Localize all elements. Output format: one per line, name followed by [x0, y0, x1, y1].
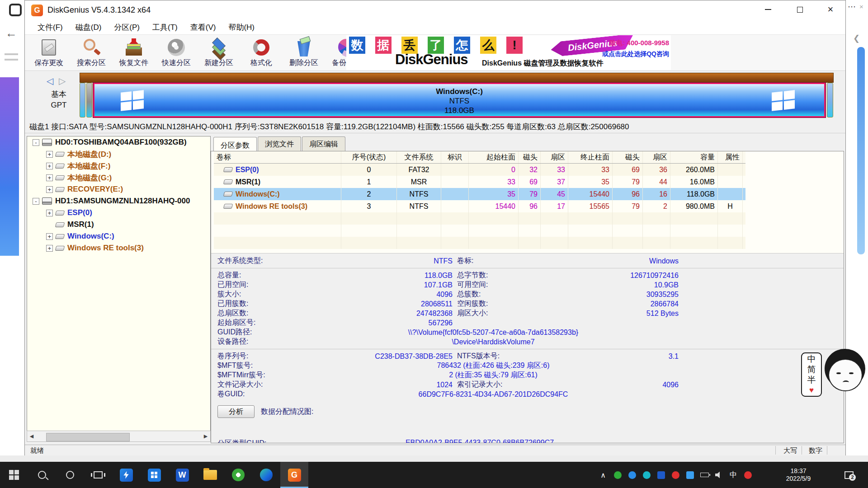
- expander-minus-icon[interactable]: -: [33, 139, 39, 146]
- table-row-MSR-1-[interactable]: MSR(1)1MSR33693735794416.0MB: [214, 176, 745, 188]
- pinned-app-explorer[interactable]: [196, 462, 224, 488]
- close-button[interactable]: ×: [818, 0, 843, 19]
- table-row-ESP-0-[interactable]: ESP(0)0FAT3203233336936260.0MB: [214, 164, 745, 176]
- column-header[interactable]: 扇区: [643, 151, 670, 163]
- tree-item-MSR-1-[interactable]: MSR(1): [27, 219, 210, 230]
- tray-app-sogou[interactable]: [741, 462, 755, 488]
- start-button[interactable]: [0, 462, 28, 488]
- tree-item-RECOVERY-E--[interactable]: +RECOVERY(E:): [27, 183, 210, 195]
- ime-widget-box[interactable]: 中 简 半 ♥: [801, 352, 822, 397]
- ime-floating-widget[interactable]: 中 简 半 ♥: [801, 349, 868, 398]
- hidden-icons-chevron[interactable]: ∧: [596, 462, 610, 488]
- toolbar-save-button[interactable]: 保存更改: [28, 37, 70, 70]
- tray-app-red[interactable]: [668, 462, 683, 488]
- partition-sliver-re-tools[interactable]: [827, 83, 833, 117]
- table-row-Windows-C--[interactable]: Windows(C:)2NTFS357945154409616118.0GB: [214, 188, 745, 200]
- toolbar-search-button[interactable]: 搜索分区: [70, 37, 113, 70]
- tree-item-Windows-C--[interactable]: +Windows(C:): [27, 230, 210, 242]
- toolbar-delete-button[interactable]: 删除分区: [283, 37, 325, 70]
- divider: [211, 349, 844, 349]
- toolbar-format-button[interactable]: 格式化: [240, 37, 283, 70]
- taskbar-diskgenius[interactable]: G: [280, 462, 308, 488]
- tab-浏览文件[interactable]: 浏览文件: [258, 136, 301, 151]
- tray-app-snowflake[interactable]: [683, 462, 697, 488]
- cortana-button[interactable]: [56, 462, 84, 488]
- tree-item-HD1-SAMSUNGMZNLN128HAHQ-000[interactable]: -HD1:SAMSUNGMZNLN128HAHQ-000: [27, 195, 210, 207]
- tray-app-bluesquare[interactable]: [654, 462, 668, 488]
- disk-nav-arrows[interactable]: ◁ ▷: [47, 75, 66, 86]
- column-header[interactable]: 磁头: [519, 151, 541, 163]
- tab-扇区编辑[interactable]: 扇区编辑: [302, 136, 345, 151]
- banner-qq-link[interactable]: 或点击此处选择QQ咨询: [597, 50, 669, 58]
- pinned-app-bolt[interactable]: [112, 462, 140, 488]
- column-header[interactable]: 卷标: [214, 151, 341, 163]
- maximize-button[interactable]: [787, 0, 812, 19]
- ad-banner[interactable]: !么怎了丢据数 DiskGenius DiskGenius DiskGenius…: [346, 35, 671, 70]
- status-capslock: 大写: [780, 446, 801, 455]
- column-header[interactable]: 起始柱面: [469, 151, 519, 163]
- table-row-Windows-RE-tools-3-[interactable]: Windows RE tools(3)3NTFS1544096171556579…: [214, 200, 745, 212]
- partition-block-windows-c[interactable]: Windows(C:) NTFS 118.0GB: [93, 83, 826, 117]
- pinned-app-browser-green[interactable]: [224, 462, 252, 488]
- tab-分区参数[interactable]: 分区参数: [213, 137, 257, 151]
- expander-minus-icon[interactable]: -: [33, 198, 39, 205]
- toolbar-new-button[interactable]: 新建分区: [198, 37, 240, 70]
- battery-icon[interactable]: [697, 462, 712, 488]
- toolbar-recover-button[interactable]: 恢复文件: [113, 37, 155, 70]
- column-header[interactable]: 磁头: [613, 151, 643, 163]
- column-header[interactable]: 终止柱面: [568, 151, 613, 163]
- column-header[interactable]: 文件系统: [397, 151, 441, 163]
- tree-item-ESP-0-[interactable]: +ESP(0): [27, 207, 210, 219]
- minimize-button[interactable]: [755, 0, 781, 19]
- expander-plus-icon[interactable]: +: [46, 174, 53, 181]
- partition-icon: [55, 211, 65, 216]
- tray-app-green[interactable]: [610, 462, 625, 488]
- partition-sliver-msr[interactable]: [86, 83, 92, 117]
- expander-plus-icon[interactable]: +: [46, 163, 53, 169]
- partition-sliver-esp[interactable]: [80, 83, 85, 117]
- expander-plus-icon[interactable]: +: [46, 186, 53, 193]
- tray-app-teal[interactable]: [639, 462, 654, 488]
- menu-item-H[interactable]: 帮助(H): [223, 21, 260, 34]
- pinned-app-word[interactable]: W: [168, 462, 196, 488]
- scroll-right-icon[interactable]: ▶: [201, 431, 210, 441]
- notification-center-button[interactable]: 2: [837, 462, 861, 488]
- tree-item-HD0-TOSHIBAMQ04ABF100-932GB-[interactable]: -HD0:TOSHIBAMQ04ABF100(932GB): [27, 136, 210, 148]
- menu-item-P[interactable]: 分区(P): [108, 21, 145, 34]
- next-disk-icon[interactable]: ▷: [59, 76, 66, 86]
- menu-item-V[interactable]: 查看(V): [185, 21, 222, 34]
- pinned-app-edge[interactable]: [252, 462, 280, 488]
- column-header[interactable]: 扇区: [541, 151, 568, 163]
- pinned-app-store[interactable]: [140, 462, 168, 488]
- taskbar-clock[interactable]: 18:37 2022/5/9: [777, 462, 820, 488]
- expander-plus-icon[interactable]: +: [46, 151, 53, 158]
- analyze-button[interactable]: 分析: [217, 405, 255, 418]
- tree-item------F--[interactable]: +本地磁盘(F:): [27, 160, 210, 172]
- scroll-left-icon[interactable]: ◀: [27, 431, 36, 441]
- tray-app-blue[interactable]: [625, 462, 639, 488]
- ime-indicator[interactable]: 中: [726, 462, 741, 488]
- tree-item-Windows-RE-tools-3-[interactable]: +Windows RE tools(3): [27, 242, 210, 254]
- tree-item------G--[interactable]: +本地磁盘(G:): [27, 172, 210, 183]
- menu-item-T[interactable]: 工具(T): [147, 21, 183, 34]
- task-view-button[interactable]: [84, 462, 112, 488]
- search-button[interactable]: [28, 462, 56, 488]
- tree-item------D--[interactable]: +本地磁盘(D:): [27, 148, 210, 160]
- detail-label: 总簇数:: [453, 290, 538, 299]
- scrollbar-thumb[interactable]: [46, 433, 130, 441]
- expander-plus-icon[interactable]: +: [46, 210, 53, 216]
- volume-icon[interactable]: [712, 462, 726, 488]
- menu-item-D[interactable]: 磁盘(D): [70, 21, 107, 34]
- tree-horizontal-scrollbar[interactable]: ◀ ▶: [27, 431, 211, 442]
- expander-plus-icon[interactable]: +: [46, 233, 53, 240]
- expander-plus-icon[interactable]: +: [46, 245, 53, 252]
- column-header[interactable]: 标识: [441, 151, 469, 163]
- toolbar-quick-button[interactable]: 快速分区: [155, 37, 198, 70]
- banner-contact[interactable]: 致电: 400-008-9958 或点击此处选择QQ咨询: [597, 39, 669, 58]
- menu-item-F[interactable]: 文件(F): [32, 21, 68, 34]
- prev-disk-icon[interactable]: ◁: [47, 76, 53, 86]
- column-header[interactable]: 容量: [670, 151, 718, 163]
- column-header[interactable]: 序号(状态): [341, 151, 397, 163]
- edge-icon: [260, 469, 273, 481]
- column-header[interactable]: 属性: [718, 151, 743, 163]
